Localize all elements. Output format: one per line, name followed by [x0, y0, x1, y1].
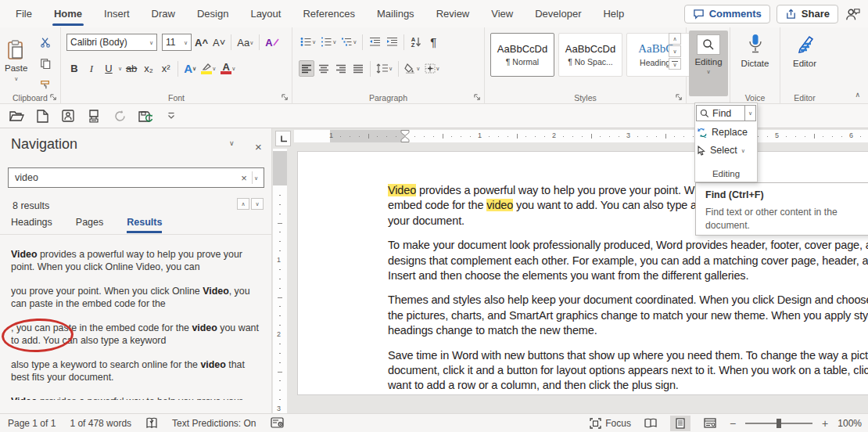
bullets-button[interactable]: ∨ — [299, 34, 317, 50]
next-result-button[interactable]: ∨ — [251, 198, 264, 210]
clear-search-icon[interactable]: × — [236, 172, 252, 184]
clipboard-dialog-launcher[interactable] — [50, 94, 58, 102]
format-painter-button[interactable] — [38, 76, 53, 92]
tab-layout[interactable]: Layout — [239, 0, 292, 27]
nav-search-input[interactable] — [9, 172, 236, 183]
change-case-button[interactable]: Aa∨ — [235, 34, 255, 51]
left-indent-marker[interactable] — [400, 136, 410, 142]
nav-tab-pages[interactable]: Pages — [76, 217, 103, 233]
subscript-button[interactable]: x₂ — [141, 60, 156, 77]
copy-button[interactable] — [38, 55, 53, 71]
search-options-chevron-icon[interactable]: ∨ — [253, 175, 264, 181]
tab-help[interactable]: Help — [592, 0, 635, 27]
comments-button[interactable]: Comments — [684, 5, 770, 23]
font-color-button[interactable]: A ∨ — [219, 60, 237, 77]
chevron-down-icon[interactable]: ∨ — [118, 66, 122, 71]
search-result-item[interactable]: you prove your point. When you click Onl… — [11, 286, 263, 311]
tab-design[interactable]: Design — [186, 0, 239, 27]
styles-scroll-up-button[interactable]: ∧ — [669, 33, 681, 45]
increase-indent-button[interactable] — [384, 34, 400, 50]
dictate-button[interactable]: Dictate — [730, 27, 780, 68]
styles-scroll-down-button[interactable]: ∨ — [669, 45, 681, 57]
tab-insert[interactable]: Insert — [93, 0, 141, 27]
find-menu-item[interactable]: Find ∨ — [696, 105, 756, 121]
proofing-icon[interactable] — [145, 417, 158, 429]
bold-button[interactable]: B — [66, 60, 82, 77]
clear-formatting-button[interactable]: A — [264, 34, 280, 51]
tab-references[interactable]: References — [292, 0, 365, 27]
cut-button[interactable] — [38, 34, 53, 50]
style-card-2[interactable]: AaBbCcDd¶ No Spac... — [558, 33, 622, 77]
styles-dialog-launcher[interactable] — [676, 94, 683, 102]
zoom-slider-handle[interactable] — [777, 419, 781, 428]
editor-button[interactable]: Editor — [780, 27, 829, 68]
strikethrough-button[interactable]: ab — [124, 60, 139, 77]
borders-button[interactable]: ∨ — [423, 60, 441, 77]
select-menu-item[interactable]: Select ∨ — [697, 142, 745, 158]
zoom-level[interactable]: 100% — [838, 418, 862, 429]
zoom-slider[interactable] — [745, 418, 812, 429]
share-button[interactable]: Share — [777, 5, 838, 23]
paragraph-dialog-launcher[interactable] — [474, 94, 482, 102]
zoom-in-button[interactable]: + — [822, 417, 828, 430]
nav-pane-close-icon[interactable]: × — [255, 140, 262, 153]
text-predictions-icon[interactable] — [271, 417, 284, 429]
web-layout-button[interactable] — [700, 416, 720, 431]
customize-qat-chevron-icon[interactable] — [163, 107, 180, 124]
underline-button[interactable]: U — [101, 60, 117, 77]
numbering-button[interactable]: ∨ — [319, 34, 338, 50]
focus-mode-button[interactable]: Focus — [590, 418, 631, 429]
decrease-indent-button[interactable] — [367, 34, 382, 50]
shading-button[interactable]: ∨ — [403, 60, 421, 77]
search-result-item[interactable]: Video provides a powerful way to help yo… — [11, 249, 263, 274]
align-center-button[interactable] — [316, 60, 332, 77]
superscript-button[interactable]: x² — [158, 60, 174, 77]
zoom-out-button[interactable]: − — [730, 417, 736, 430]
search-result-item[interactable]: also type a keyword to search online for… — [11, 359, 263, 384]
multilevel-list-button[interactable]: ∨ — [339, 34, 358, 50]
presence-person-icon[interactable] — [845, 7, 860, 21]
styles-gallery-expand-button[interactable]: ∨ — [669, 58, 681, 70]
align-left-button[interactable] — [299, 60, 314, 77]
print-layout-button[interactable] — [670, 416, 690, 431]
shrink-font-button[interactable]: A˅ — [211, 34, 227, 51]
tab-home[interactable]: Home — [43, 0, 93, 27]
tab-developer[interactable]: Developer — [524, 0, 592, 27]
tab-mailings[interactable]: Mailings — [366, 0, 425, 27]
tab-review[interactable]: Review — [425, 0, 481, 27]
italic-button[interactable]: I — [84, 60, 99, 77]
nav-tab-headings[interactable]: Headings — [11, 217, 52, 233]
read-mode-button[interactable] — [640, 416, 661, 431]
grow-font-button[interactable]: A^ — [193, 34, 210, 51]
font-dialog-launcher[interactable] — [282, 94, 289, 102]
open-file-icon[interactable] — [8, 107, 25, 124]
print-preview-icon[interactable] — [85, 107, 102, 124]
show-paragraph-marks-button[interactable]: ¶ — [425, 34, 441, 50]
collapse-ribbon-chevron-icon[interactable]: ∧ — [855, 91, 860, 99]
find-split-chevron-icon[interactable]: ∨ — [744, 106, 755, 121]
style-card-1[interactable]: AaBbCcDd¶ Normal — [490, 33, 554, 77]
tab-file[interactable]: File — [5, 0, 43, 27]
word-count[interactable]: 1 of 478 words — [70, 418, 131, 429]
save-sync-icon[interactable] — [137, 107, 154, 124]
previous-result-button[interactable]: ∧ — [237, 198, 249, 210]
font-size-combobox[interactable]: 11 ∨ — [162, 34, 192, 51]
page-indicator[interactable]: Page 1 of 1 — [8, 418, 56, 429]
justify-button[interactable] — [350, 60, 366, 77]
nav-tab-results[interactable]: Results — [127, 217, 162, 233]
contact-card-icon[interactable] — [59, 107, 77, 124]
line-spacing-button[interactable]: ∨ — [375, 60, 394, 77]
sort-button[interactable]: AZ — [408, 34, 424, 50]
nav-pane-options-chevron-icon[interactable]: ∨ — [229, 140, 235, 147]
new-document-icon[interactable] — [34, 107, 51, 124]
paste-button[interactable]: Paste ∨ — [5, 34, 27, 81]
undo-icon[interactable] — [111, 107, 128, 124]
align-right-button[interactable] — [333, 60, 349, 77]
text-effects-button[interactable]: A∨ — [182, 60, 198, 77]
tab-stop-selector[interactable] — [275, 131, 291, 146]
replace-menu-item[interactable]: bc Replace — [697, 124, 748, 140]
search-result-item[interactable]: Video provides a powerful way to help yo… — [11, 396, 263, 400]
editing-menu-button[interactable]: Editing ∨ — [689, 31, 728, 96]
font-name-combobox[interactable]: Calibri (Body) ∨ — [66, 34, 157, 51]
text-predictions-status[interactable]: Text Predictions: On — [172, 418, 256, 429]
